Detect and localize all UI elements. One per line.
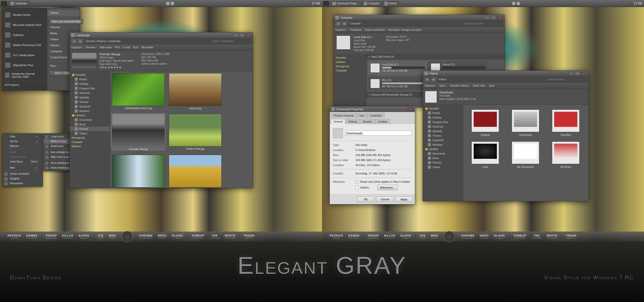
dock-item[interactable]: RESTOCUSTOM [225,234,235,239]
dock-item[interactable]: PATRICKUSER [330,234,343,239]
sidebar-item[interactable]: Pictures [70,127,110,131]
sidebar-header[interactable]: Homegroup [70,136,110,140]
tab[interactable]: Security [360,119,375,124]
title-bar[interactable]: Downloads Properties × [330,106,415,112]
thumbnail[interactable] [112,155,165,188]
title-bar[interactable]: Patrick –▢× [423,71,588,76]
dock-item[interactable]: CHROMEINTERNET [461,234,475,239]
sidebar-item[interactable]: Program Files [423,120,463,124]
sidebar-item[interactable]: Themes [423,133,463,138]
folder-icon-large[interactable]: Desktop [468,109,503,136]
sidebar-header[interactable]: Network [70,144,110,148]
start-app[interactable]: Microsoft Outlook 2010 [2,20,47,30]
search-input[interactable]: Search Patrick [547,77,587,82]
sidebar-item[interactable]: Desktop [423,115,463,120]
sidebar-item[interactable]: Videos [70,131,110,136]
tray-icon[interactable] [512,2,515,5]
taskbar-item[interactable]: Landscape [8,1,29,6]
sidebar-item[interactable]: Program Files [70,86,110,91]
sidebar-item[interactable]: Themes [70,100,110,104]
start-app[interactable]: Software [2,30,47,40]
taskbar-item[interactable]: Downloads Prope... [330,1,361,6]
dock-item[interactable]: TRASHEMPTY [244,234,255,239]
all-programs[interactable]: All Programs [2,81,47,88]
dock-item[interactable]: ICQCHAT [98,234,104,239]
close-button[interactable]: × [407,107,413,111]
menu-item[interactable]: Gadgets [3,176,43,181]
dock-clock[interactable] [444,231,455,242]
thumbnail[interactable]: canyon.jpg [169,73,222,110]
toolbar-item[interactable]: Properties [350,28,362,31]
toolbar-item[interactable]: Uninstall or change a program [388,28,422,31]
menu-item[interactable]: Refresh [3,144,43,148]
ok-button[interactable]: OK [357,197,375,202]
forward-button[interactable]: ► [78,39,83,44]
start-app[interactable]: VLC media player [2,50,47,60]
dock-item[interactable]: AILLUSGRAPHIC [62,234,73,239]
dock-item[interactable]: GAMESFOLDER [348,234,359,239]
close-button[interactable]: × [497,16,503,19]
dock-item[interactable]: ALPHACONV [78,234,89,239]
menu-item[interactable]: View [3,134,43,139]
maximize-button[interactable]: ▢ [575,72,581,75]
thumbnail[interactable] [169,155,222,188]
close-button[interactable]: × [581,72,587,75]
maximize-button[interactable]: ▢ [239,33,245,37]
dock-item[interactable]: TUNEUPCUSTOM [513,234,526,239]
sidebar-item[interactable]: AppData [70,95,110,100]
tab[interactable]: General [331,119,345,124]
name-input[interactable] [345,131,412,136]
forward-button[interactable]: ► [431,77,436,82]
start-app[interactable]: Mozilla Firefox [2,10,47,20]
dock-item[interactable]: NEROSTART [158,234,167,239]
readonly-checkbox[interactable] [355,180,359,184]
thumbnail[interactable]: Dramatic Sky.jpg [112,114,165,151]
folder-icon-large[interactable]: My Music [548,141,583,168]
menu-item[interactable]: Screen resolution [3,171,43,176]
toolbar-item[interactable]: Open [439,84,447,87]
dock-item[interactable]: ALPHACONV [400,234,411,239]
toolbar-item[interactable]: Burn [489,84,495,87]
back-button[interactable]: ◄ [335,21,341,26]
title-bar[interactable]: Computer –▢× [334,15,504,20]
dock-item[interactable]: 7SBCUSTOM [532,234,542,239]
toolbar-item[interactable]: Burn [133,46,138,49]
dock-item[interactable]: OLOOKE-MAIL [494,234,505,239]
folder-icon-large[interactable]: Favorites [548,109,583,136]
sidebar-header[interactable]: ⭐ Libraries [423,147,463,151]
toolbar-item[interactable]: Share with [473,84,486,87]
drives-header[interactable]: Hard Disk Drives (3) [367,54,504,59]
sidebar-item[interactable]: Videos [423,165,463,169]
sidebar-item[interactable]: Music [423,156,463,160]
toolbar-item[interactable]: Slide show [100,46,112,49]
apply-button[interactable]: Apply [395,197,413,202]
dock-clock[interactable] [122,231,133,242]
sidebar-item[interactable]: Pictures [423,160,463,165]
dock-item[interactable]: 7SBCUSTOM [210,234,220,239]
start-app[interactable]: Adobe Photoshop CS4 [2,40,47,50]
dock-item[interactable]: TUNEUPCUSTOM [191,234,204,239]
sidebar-item[interactable]: Documents [423,151,463,156]
forward-button[interactable]: ► [342,21,347,26]
drive-item[interactable]: Misc (E:) 687 MB free of 265 GB [369,77,426,90]
dock-item[interactable]: OLOOKE-MAIL [172,234,183,239]
start-button[interactable] [1,1,7,6]
dock-item[interactable]: GAMESFOLDER [26,234,37,239]
breadcrumb[interactable]: Patrick [437,77,546,82]
toolbar-item[interactable]: System properties [365,28,385,31]
menu-item[interactable]: Undo MoveCtrl+Z [3,159,43,164]
toolbar-item[interactable]: Organize [335,28,347,31]
sidebar-header[interactable]: ⭐ Libraries [70,113,110,118]
dock-item[interactable]: CHROMEINTERNET [139,234,153,239]
sidebar-item[interactable]: System32 [70,104,110,109]
folder-icon-large[interactable]: Downloads [508,109,543,136]
sidebar-item[interactable]: Windows [70,109,110,113]
dock-item[interactable]: MSNCHAT [431,234,438,239]
menu-item[interactable]: Sort by [3,139,43,144]
sidebar-item[interactable]: Windows [423,142,463,147]
toolbar-item[interactable]: Organize [424,84,436,87]
cancel-button[interactable]: Cancel [376,197,394,202]
toolbar-item[interactable]: New folder [141,46,153,49]
dock-item[interactable]: TRASHEMPTY [566,234,577,239]
tray-icon[interactable] [517,2,520,5]
